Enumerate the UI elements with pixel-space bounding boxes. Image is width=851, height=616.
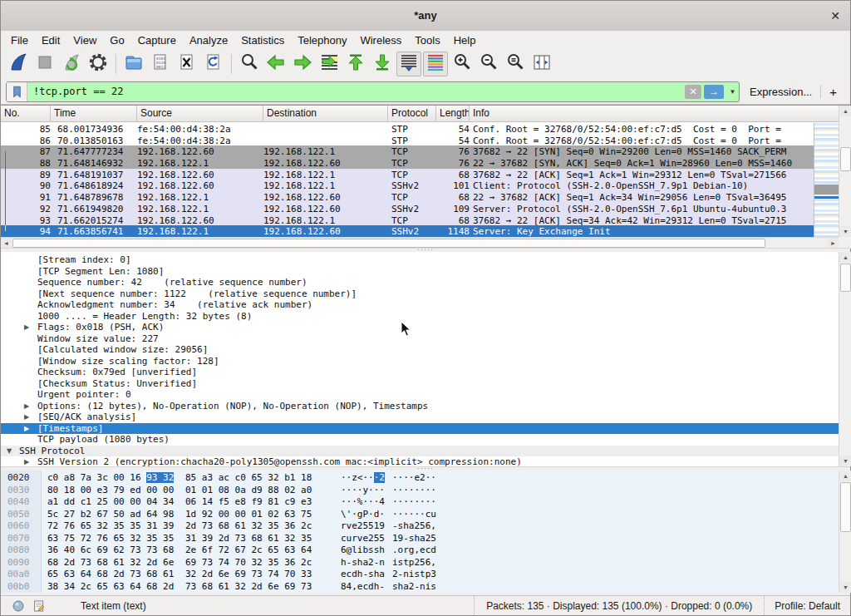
column-header-time[interactable]: Time: [51, 106, 137, 121]
ascii-right[interactable]: ········: [392, 496, 436, 509]
menu-wireless[interactable]: Wireless: [353, 34, 408, 47]
menu-view[interactable]: View: [66, 34, 103, 47]
go-back-button[interactable]: [263, 52, 288, 76]
add-filter-button[interactable]: +: [829, 85, 837, 99]
collapsed-arrow-icon[interactable]: ▶: [24, 423, 29, 435]
scroll-down-icon[interactable]: ▼: [839, 582, 851, 593]
menu-capture[interactable]: Capture: [131, 34, 183, 47]
ascii-left[interactable]: ··z<···2: [341, 472, 385, 485]
hex-bytes-right[interactable]: 2e 6f 72 67 2c 65 63 64: [185, 545, 312, 557]
detail-line-2[interactable]: Sequence number: 42 (relative sequence n…: [1, 277, 850, 288]
detail-line-7[interactable]: Window size value: 227: [1, 333, 850, 345]
scroll-up-icon[interactable]: ▲: [839, 252, 851, 263]
detail-vscrollbar[interactable]: ▲ ▼: [839, 252, 851, 466]
hex-bytes-left[interactable]: 5c 27 b2 67 50 ad 64 98: [47, 509, 174, 521]
restart-capture-button[interactable]: [59, 52, 84, 76]
packet-row-88[interactable]: 8871.648146932192.168.122.1192.168.122.6…: [1, 157, 814, 169]
scrollbar-thumb[interactable]: [840, 147, 851, 171]
expanded-arrow-icon[interactable]: ▼: [7, 446, 12, 457]
save-file-button[interactable]: 010101100011: [148, 52, 173, 76]
detail-line-11[interactable]: [Checksum Status: Unverified]: [1, 378, 850, 390]
scroll-up-icon[interactable]: ▲: [839, 106, 851, 116]
scroll-down-icon[interactable]: ▼: [839, 226, 851, 237]
packet-row-94[interactable]: 9471.663856741192.168.122.1192.168.122.6…: [1, 225, 814, 237]
packet-row-91[interactable]: 9171.648789678192.168.122.1192.168.122.6…: [1, 191, 814, 203]
menu-statistics[interactable]: Statistics: [234, 34, 291, 47]
filter-value[interactable]: !tcp.port == 22: [27, 86, 685, 97]
detail-line-3[interactable]: [Next sequence number: 1122 (relative se…: [1, 288, 850, 300]
find-packet-button[interactable]: [237, 52, 262, 76]
ascii-right[interactable]: ········: [392, 485, 436, 497]
go-to-packet-button[interactable]: [317, 52, 342, 76]
hex-bytes-right[interactable]: 06 14 f5 e8 f9 81 c9 e3: [185, 496, 312, 509]
detail-line-4[interactable]: Acknowledgment number: 34 (relative ack …: [1, 299, 850, 311]
collapsed-arrow-icon[interactable]: ▶: [24, 456, 29, 466]
column-header-source[interactable]: Source: [137, 106, 263, 121]
menu-go[interactable]: Go: [103, 34, 130, 47]
column-header-protocol[interactable]: Protocol: [388, 106, 436, 121]
scroll-up-icon[interactable]: ▲: [839, 471, 851, 481]
packet-row-87[interactable]: 8771.647777234192.168.122.60192.168.122.…: [1, 145, 814, 157]
zoom-in-button[interactable]: [450, 52, 475, 76]
hex-bytes-right[interactable]: 85 a3 ac c0 65 32 b1 18: [185, 472, 312, 485]
detail-line-14[interactable]: ▶[SEQ/ACK analysis]: [1, 411, 850, 423]
hex-bytes-left[interactable]: 68 2d 73 68 61 32 2d 6e: [47, 557, 174, 569]
hex-bytes-right[interactable]: 01 01 08 0a d9 88 02 a0: [185, 485, 312, 497]
hex-bytes-right[interactable]: 69 73 74 70 32 35 36 2c: [185, 557, 312, 569]
stop-capture-button[interactable]: [32, 52, 57, 76]
close-file-button[interactable]: [175, 52, 199, 76]
hex-bytes-left[interactable]: 63 75 72 76 65 32 35 35: [47, 533, 174, 545]
detail-line-13[interactable]: ▶Options: (12 bytes), No-Operation (NOP)…: [1, 401, 850, 412]
display-filter-input[interactable]: !tcp.port == 22 ✕ → ▼: [6, 81, 740, 102]
menu-telephony[interactable]: Telephony: [291, 34, 353, 47]
detail-line-1[interactable]: [TCP Segment Len: 1080]: [1, 266, 850, 278]
detail-line-16[interactable]: TCP payload (1080 bytes): [1, 434, 850, 446]
hex-vscrollbar[interactable]: ▲ ▼: [839, 471, 851, 593]
hex-bytes-left[interactable]: a1 dd c1 25 00 00 04 34: [47, 496, 174, 509]
ascii-right[interactable]: 2-nistp3: [392, 569, 436, 581]
hex-bytes-right[interactable]: 1d 92 00 00 01 02 63 75: [185, 509, 312, 521]
expert-info-icon[interactable]: [12, 599, 25, 613]
collapsed-arrow-icon[interactable]: ▶: [24, 401, 29, 412]
hex-bytes-right[interactable]: 2d 73 68 61 32 35 36 2c: [185, 520, 312, 533]
go-first-button[interactable]: [343, 52, 368, 76]
open-file-button[interactable]: [121, 52, 146, 76]
packet-row-93[interactable]: 9371.662015274192.168.122.60192.168.122.…: [1, 214, 814, 226]
scrollbar-thumb[interactable]: [840, 482, 851, 532]
hex-bytes-right[interactable]: 73 68 61 32 2d 6e 69 73: [185, 581, 312, 594]
ascii-left[interactable]: ····y···: [341, 485, 385, 497]
ascii-left[interactable]: 6@libssh: [341, 545, 385, 557]
ascii-right[interactable]: istp256,: [392, 557, 436, 569]
ascii-right[interactable]: sha2-nis: [392, 581, 436, 594]
zoom-out-button[interactable]: [476, 52, 501, 76]
hex-bytes-left[interactable]: 80 18 00 e3 79 ed 00 00: [47, 485, 174, 497]
ascii-left[interactable]: 84,ecdh-: [341, 581, 385, 594]
ascii-left[interactable]: h-sha2-n: [341, 557, 385, 569]
close-icon[interactable]: ✕: [830, 1, 840, 31]
filter-bookmark-icon[interactable]: [7, 82, 27, 101]
ascii-right[interactable]: -sha256,: [392, 520, 436, 533]
filter-clear-icon[interactable]: ✕: [685, 85, 701, 99]
collapsed-arrow-icon[interactable]: ▶: [24, 322, 29, 333]
hex-bytes-right[interactable]: 32 2d 6e 69 73 74 70 33: [185, 569, 312, 581]
detail-line-0[interactable]: [Stream index: 0]: [1, 254, 850, 266]
detail-line-5[interactable]: 1000 .... = Header Length: 32 bytes (8): [1, 311, 850, 323]
packet-row-89[interactable]: 8971.648191037192.168.122.60192.168.122.…: [1, 169, 814, 180]
menu-file[interactable]: File: [4, 34, 35, 47]
column-header-info[interactable]: Info: [470, 106, 839, 121]
hex-bytes-right[interactable]: 31 39 2d 73 68 61 32 35: [185, 533, 312, 545]
ascii-left[interactable]: \'·gP·d·: [341, 509, 385, 521]
expression-button[interactable]: Expression...: [750, 86, 812, 98]
filter-apply-icon[interactable]: →: [704, 85, 724, 99]
ascii-right[interactable]: ····e2··: [392, 472, 436, 485]
packet-row-92[interactable]: 9271.661949820192.168.122.1192.168.122.6…: [1, 203, 814, 214]
menu-tools[interactable]: Tools: [408, 34, 446, 47]
hex-bytes-left[interactable]: 72 76 65 32 35 35 31 39: [47, 520, 174, 533]
auto-scroll-button[interactable]: [396, 52, 421, 76]
start-capture-button[interactable]: [6, 52, 31, 76]
filter-dropdown-icon[interactable]: ▼: [726, 88, 739, 96]
capture-comment-icon[interactable]: [32, 599, 46, 613]
hex-bytes-left[interactable]: 38 34 2c 65 63 64 68 2d: [47, 581, 174, 594]
hex-bytes-left[interactable]: c0 a8 7a 3c 00 16 93 32: [47, 472, 174, 485]
capture-options-button[interactable]: [86, 52, 111, 76]
